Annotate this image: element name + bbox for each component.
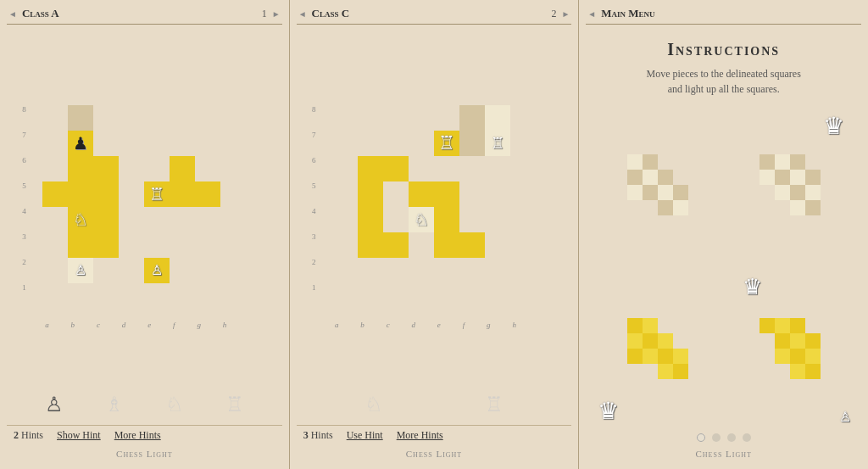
- example-4: ♛ ♙: [727, 271, 853, 427]
- tray-rook-c[interactable]: ♖: [485, 393, 504, 416]
- nav-left-arrow-c[interactable]: ◄: [297, 9, 309, 19]
- pieces-tray-a: ♙ ♗ ♘ ♖: [7, 384, 282, 425]
- queen-example-3-icon: ♛: [598, 397, 619, 425]
- panel-a-header: ◄ Class A 1 ►: [7, 7, 282, 25]
- instructions-text: Move pieces to the delineated squaresand…: [586, 66, 861, 97]
- panel-class-c: ◄ Class C 2 ► 87654321: [290, 0, 580, 469]
- board-grid-a: ♟: [42, 105, 246, 309]
- tray-knight-c[interactable]: ♘: [364, 393, 383, 416]
- panel-menu-title-group: ◄ Main Menu: [586, 7, 654, 20]
- hints-label-a: Hints: [21, 429, 43, 441]
- tray-knight-a[interactable]: ♘: [165, 393, 184, 416]
- board-area-a: 87654321 ♟: [7, 30, 282, 384]
- panel-a-nav: 1 ►: [262, 8, 282, 20]
- dot-3[interactable]: [727, 433, 736, 442]
- example-2: ♛: [727, 107, 853, 264]
- panel-c-title-group: ◄ Class C: [297, 7, 349, 20]
- board-labels-left-a: 87654321: [22, 97, 26, 300]
- board-labels-bottom-c: abcdefgh: [324, 321, 527, 329]
- hints-bar-c: 3 Hints Use Hint More Hints: [297, 425, 572, 445]
- tray-pawn-a[interactable]: ♙: [45, 393, 64, 416]
- more-hints-c[interactable]: More Hints: [397, 429, 443, 442]
- board-labels-left-c: 87654321: [312, 97, 316, 300]
- example-1: [594, 107, 720, 264]
- pieces-tray-c: ♘ ♖: [297, 384, 572, 425]
- panel-a-title-group: ◄ Class A: [7, 7, 59, 20]
- nav-left-arrow-a[interactable]: ◄: [7, 9, 19, 19]
- show-hint-a[interactable]: Show Hint: [57, 429, 101, 442]
- panel-c-header: ◄ Class C 2 ►: [297, 7, 572, 25]
- panel-class-a: ◄ Class A 1 ► 87654321: [0, 0, 290, 469]
- pawn-example-4-icon: ♙: [839, 409, 851, 425]
- panel-a-title: Class A: [22, 7, 59, 20]
- hints-count-a: 2 Hints: [14, 429, 43, 442]
- queen-example-4-icon: ♛: [743, 274, 762, 300]
- panel-menu-header: ◄ Main Menu: [586, 7, 861, 25]
- hints-count-c: 3 Hints: [303, 429, 333, 442]
- dot-4[interactable]: [743, 433, 751, 442]
- board-area-c: 87654321 ♖: [297, 30, 572, 384]
- more-hints-a[interactable]: More Hints: [114, 429, 161, 442]
- use-hint-c[interactable]: Use Hint: [347, 429, 383, 442]
- instructions-title: Instructions: [586, 40, 861, 59]
- panel-c-title: Class C: [312, 7, 350, 20]
- panel-a-number: 1: [262, 8, 267, 20]
- tray-rook-a[interactable]: ♖: [225, 393, 244, 416]
- panel-menu-title: Main Menu: [601, 7, 654, 20]
- panel-c-nav: 2 ►: [551, 8, 571, 20]
- panel-c-footer: Chess Light: [297, 445, 572, 462]
- board-grid-c: ♖ ♖: [332, 105, 536, 309]
- panel-menu-footer: Chess Light: [586, 445, 861, 462]
- nav-right-arrow-c[interactable]: ►: [559, 9, 571, 19]
- dots-row: [586, 427, 861, 445]
- panel-main-menu: ◄ Main Menu Instructions Move pieces to …: [579, 0, 868, 469]
- board-labels-bottom-a: abcdefgh: [34, 321, 237, 329]
- panel-c-number: 2: [551, 8, 556, 20]
- nav-right-arrow-a[interactable]: ►: [270, 9, 282, 19]
- hints-bar-a: 2 Hints Show Hint More Hints: [7, 425, 282, 445]
- example-3: ♛: [594, 271, 720, 427]
- panel-a-footer: Chess Light: [7, 445, 282, 462]
- tray-bishop-a[interactable]: ♗: [105, 393, 124, 416]
- queen-example-2-icon: ♛: [823, 112, 844, 140]
- dot-1[interactable]: [697, 433, 705, 442]
- dot-2[interactable]: [712, 433, 721, 442]
- nav-left-arrow-menu[interactable]: ◄: [586, 9, 598, 19]
- examples-grid: ♛ ♛ ♛ ♙: [586, 107, 861, 427]
